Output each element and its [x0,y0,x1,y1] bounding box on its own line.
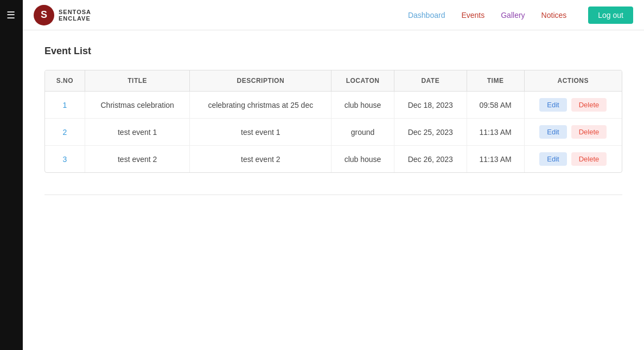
cell-sno: 2 [45,119,85,146]
page-title: Event List [44,46,622,57]
edit-button[interactable]: Edit [539,125,566,139]
cell-description: test event 2 [190,146,331,173]
delete-button[interactable]: Delete [571,125,607,139]
cell-sno: 3 [45,146,85,173]
navbar: S SENTOSA ENCLAVE Dashboard Events Galle… [23,0,644,30]
event-table-wrapper: S.NO TITLE DESCRIPTION LOCATON DATE TIME… [44,70,622,173]
cell-title: Christmas celebration [85,92,190,119]
nav-dashboard[interactable]: Dashboard [408,11,445,20]
cell-sno: 1 [45,92,85,119]
cell-description: test event 1 [190,119,331,146]
col-time: TIME [467,70,524,92]
sno-link[interactable]: 2 [63,128,67,137]
delete-button[interactable]: Delete [571,152,607,166]
table-row: 3 test event 2 test event 2 club house D… [45,146,622,173]
cell-description: celebrating christmas at 25 dec [190,92,331,119]
cell-actions: Edit Delete [524,92,622,119]
col-title: TITLE [85,70,190,92]
col-location: LOCATON [331,70,394,92]
cell-actions: Edit Delete [524,119,622,146]
edit-button[interactable]: Edit [539,152,566,166]
nav-events[interactable]: Events [461,11,484,20]
col-date: DATE [394,70,467,92]
col-sno: S.NO [45,70,85,92]
brand-line2: ENCLAVE [59,15,91,22]
cell-title: test event 1 [85,119,190,146]
cell-location: club house [331,146,394,173]
brand-line1: SENTOSA [59,9,91,15]
brand-logo: S SENTOSA ENCLAVE [34,5,91,25]
cell-date: Dec 18, 2023 [394,92,467,119]
cell-time: 09:58 AM [467,92,524,119]
sno-link[interactable]: 3 [63,155,67,164]
sno-link[interactable]: 1 [63,101,67,109]
hamburger-icon[interactable]: ☰ [7,9,15,21]
cell-location: club house [331,92,394,119]
cell-date: Dec 25, 2023 [394,119,467,146]
nav-links: Dashboard Events Gallery Notices [408,11,566,20]
cell-date: Dec 26, 2023 [394,146,467,173]
logout-button[interactable]: Log out [588,7,633,24]
table-row: 2 test event 1 test event 1 ground Dec 2… [45,119,622,146]
cell-actions: Edit Delete [524,146,622,173]
edit-button[interactable]: Edit [539,98,566,112]
table-header: S.NO TITLE DESCRIPTION LOCATON DATE TIME… [45,70,622,92]
event-table: S.NO TITLE DESCRIPTION LOCATON DATE TIME… [45,70,622,172]
nav-notices[interactable]: Notices [541,11,567,20]
cell-time: 11:13 AM [467,119,524,146]
table-row: 1 Christmas celebration celebrating chri… [45,92,622,119]
divider [44,195,622,195]
brand-name: SENTOSA ENCLAVE [59,9,91,22]
sidebar [0,0,23,210]
cell-time: 11:13 AM [467,146,524,173]
cell-location: ground [331,119,394,146]
delete-button[interactable]: Delete [571,98,607,112]
content-area: Event List S.NO TITLE DESCRIPTION LOCATO… [23,30,644,210]
logo-circle: S [34,5,54,25]
cell-title: test event 2 [85,146,190,173]
col-description: DESCRIPTION [190,70,331,92]
col-actions: ACTIONS [524,70,622,92]
main-content: Event List S.NO TITLE DESCRIPTION LOCATO… [23,0,644,210]
nav-gallery[interactable]: Gallery [501,11,525,20]
table-body: 1 Christmas celebration celebrating chri… [45,92,622,173]
logo-letter: S [41,9,47,21]
